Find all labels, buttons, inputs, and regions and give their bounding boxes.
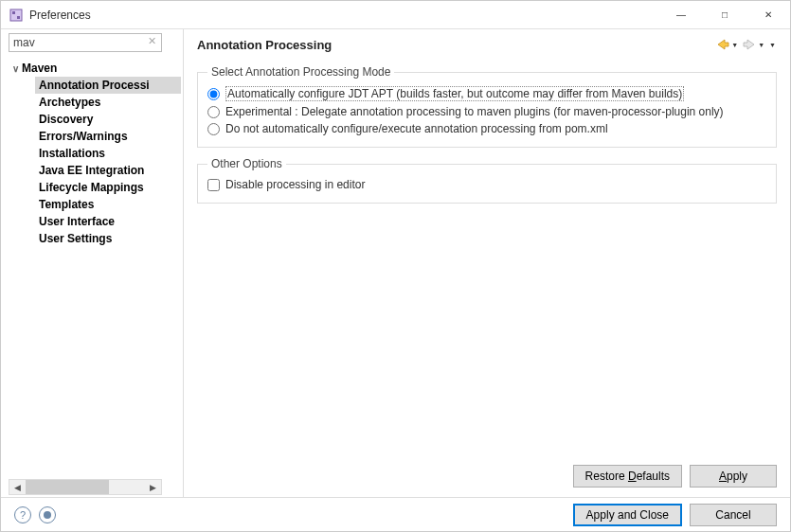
close-button[interactable]: ✕ bbox=[746, 1, 790, 29]
scroll-thumb[interactable] bbox=[26, 480, 109, 494]
restore-defaults-button[interactable]: Restore Defaults bbox=[573, 465, 682, 488]
footer-buttons: Apply and Close Cancel bbox=[573, 504, 777, 526]
scroll-left-icon[interactable]: ◀ bbox=[9, 480, 26, 494]
svg-rect-2 bbox=[17, 16, 20, 19]
app-icon bbox=[9, 8, 24, 23]
content-area: ✕ ∨ Maven Annotation Processi Archetypes… bbox=[1, 29, 790, 497]
svg-rect-0 bbox=[10, 9, 22, 21]
radio-experimental[interactable]: Experimental : Delegate annotation proce… bbox=[207, 103, 766, 120]
other-options-group: Other Options Disable processing in edit… bbox=[197, 157, 777, 204]
annotation-mode-group: Select Annotation Processing Mode Automa… bbox=[197, 65, 777, 148]
nav-forward-button[interactable]: ▼ bbox=[741, 37, 765, 52]
checkbox-input[interactable] bbox=[207, 179, 220, 191]
radio-auto-jdt[interactable]: Automatically configure JDT APT (builds … bbox=[207, 84, 766, 103]
tree-item-user-interface[interactable]: User Interface bbox=[35, 213, 181, 230]
radio-input[interactable] bbox=[207, 123, 220, 135]
sidebar: ✕ ∨ Maven Annotation Processi Archetypes… bbox=[1, 29, 184, 497]
window-title: Preferences bbox=[29, 9, 659, 22]
radio-do-not-configure[interactable]: Do not automatically configure/execute a… bbox=[207, 120, 766, 137]
group-legend: Select Annotation Processing Mode bbox=[207, 65, 394, 79]
nav-icons: ▼ ▼ ▼ bbox=[714, 37, 777, 52]
tree-item-java-ee-integration[interactable]: Java EE Integration bbox=[35, 162, 181, 179]
main-panel: Annotation Processing ▼ ▼ ▼ Select Annot… bbox=[184, 29, 790, 497]
main-header: Annotation Processing ▼ ▼ ▼ bbox=[197, 37, 777, 52]
group-legend: Other Options bbox=[207, 157, 286, 170]
svg-rect-1 bbox=[12, 11, 15, 14]
nav-back-button[interactable]: ▼ bbox=[714, 37, 739, 52]
footer: ? Apply and Close Cancel bbox=[1, 497, 790, 531]
radio-label: Do not automatically configure/execute a… bbox=[225, 122, 608, 135]
radio-input[interactable] bbox=[207, 88, 220, 100]
search-wrap: ✕ bbox=[9, 33, 181, 52]
tree-item-annotation-processing[interactable]: Annotation Processi bbox=[35, 77, 181, 94]
tree-item-discovery[interactable]: Discovery bbox=[35, 111, 181, 128]
tree-parent-maven[interactable]: ∨ Maven bbox=[9, 60, 181, 77]
maximize-button[interactable]: □ bbox=[703, 1, 746, 29]
chevron-down-icon: ▼ bbox=[731, 42, 738, 48]
spacer bbox=[197, 213, 777, 457]
tree-item-user-settings[interactable]: User Settings bbox=[35, 230, 181, 247]
radio-label: Experimental : Delegate annotation proce… bbox=[225, 105, 724, 118]
page-title: Annotation Processing bbox=[197, 38, 714, 52]
footer-icons: ? bbox=[14, 506, 56, 523]
import-export-icon[interactable] bbox=[39, 506, 56, 523]
chevron-down-icon: ▼ bbox=[769, 42, 776, 48]
checkbox-label: Disable processing in editor bbox=[225, 178, 365, 191]
titlebar: Preferences — □ ✕ bbox=[1, 1, 790, 29]
tree-item-archetypes[interactable]: Archetypes bbox=[35, 94, 181, 111]
preferences-tree: ∨ Maven Annotation Processi Archetypes D… bbox=[9, 60, 181, 475]
search-input[interactable] bbox=[9, 33, 162, 52]
tree-children: Annotation Processi Archetypes Discovery… bbox=[35, 77, 181, 247]
apply-button[interactable]: Apply bbox=[690, 465, 777, 488]
radio-input[interactable] bbox=[207, 106, 220, 118]
radio-label: Automatically configure JDT APT (builds … bbox=[225, 86, 684, 101]
tree-item-templates[interactable]: Templates bbox=[35, 196, 181, 213]
cancel-button[interactable]: Cancel bbox=[690, 504, 777, 526]
apply-and-close-button[interactable]: Apply and Close bbox=[573, 504, 682, 526]
tree-item-installations[interactable]: Installations bbox=[35, 145, 181, 162]
scroll-right-icon[interactable]: ▶ bbox=[145, 480, 161, 494]
tree-item-lifecycle-mappings[interactable]: Lifecycle Mappings bbox=[35, 179, 181, 196]
help-icon[interactable]: ? bbox=[14, 506, 31, 523]
checkbox-disable-editor[interactable]: Disable processing in editor bbox=[207, 176, 766, 193]
scroll-track[interactable] bbox=[26, 480, 145, 494]
nav-menu-button[interactable]: ▼ bbox=[767, 41, 777, 49]
tree-item-errors-warnings[interactable]: Errors/Warnings bbox=[35, 128, 181, 145]
window-controls: — □ ✕ bbox=[659, 1, 790, 29]
minimize-button[interactable]: — bbox=[659, 1, 703, 29]
chevron-down-icon: ▼ bbox=[758, 42, 764, 48]
clear-search-icon[interactable]: ✕ bbox=[148, 35, 156, 47]
main-buttons: Restore Defaults Apply bbox=[197, 465, 777, 488]
horizontal-scrollbar[interactable]: ◀ ▶ bbox=[9, 479, 162, 495]
tree-parent-label: Maven bbox=[22, 62, 57, 75]
expand-arrow-icon: ∨ bbox=[9, 63, 22, 74]
